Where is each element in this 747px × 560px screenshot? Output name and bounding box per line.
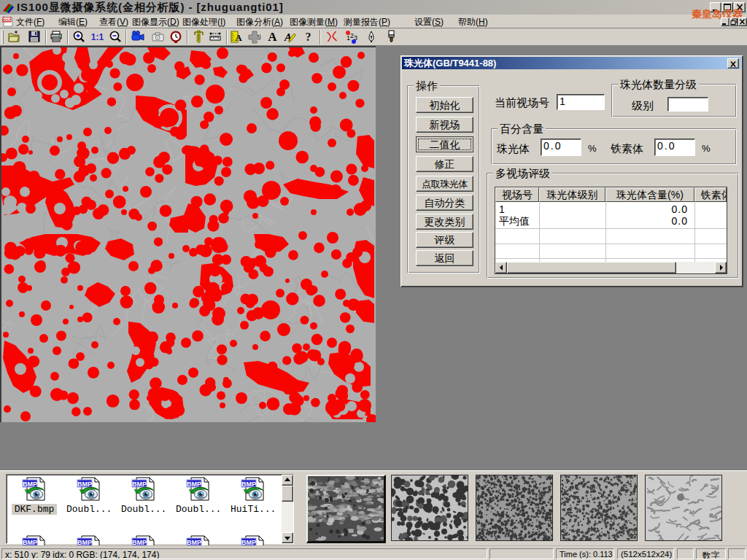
svg-text:BMP: BMP — [132, 539, 147, 546]
svg-text:BMP: BMP — [77, 481, 92, 488]
svg-text:A: A — [268, 30, 277, 44]
svg-text:A: A — [235, 32, 242, 43]
svg-text:BMP: BMP — [132, 481, 147, 488]
svg-text:BMP: BMP — [187, 539, 201, 546]
svg-text:BMP: BMP — [241, 539, 256, 546]
svg-text:?: ? — [306, 31, 311, 43]
svg-text:BMP: BMP — [187, 481, 201, 488]
svg-text:DOC: DOC — [2, 18, 11, 23]
svg-text:BMP: BMP — [77, 539, 92, 546]
svg-text:BMP: BMP — [241, 481, 256, 488]
svg-text:1:1: 1:1 — [91, 32, 104, 42]
svg-text:BMP: BMP — [23, 539, 37, 546]
svg-text:BMP: BMP — [23, 481, 37, 488]
